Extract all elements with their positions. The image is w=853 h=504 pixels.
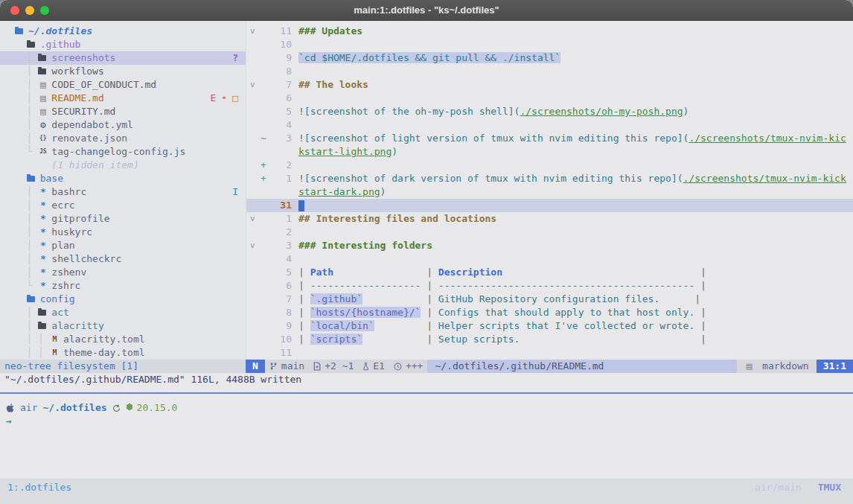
tree-guide [15,38,27,51]
editor-line[interactable]: 2 [246,226,853,239]
tree-item-alacritty.toml[interactable]: │ │ Malacritty.toml [0,333,246,346]
tree-item-bashrc[interactable]: │ *bashrcI [0,185,246,199]
tree-item-zshrc[interactable]: └ *zshrc [0,279,246,293]
editor-line[interactable]: v11### Updates [246,25,853,38]
tree-item-alacritty[interactable]: │ alacritty [0,319,246,333]
tree-item-.github[interactable]: .github [0,38,246,51]
tree-item-ecrc[interactable]: │ *ecrc [0,199,246,212]
line-text: `cd $HOME/.dotfiles && git pull && ./ins… [298,51,560,65]
tree-item-screenshots[interactable]: │ screenshots? [0,51,246,65]
tree-item-dependabot.yml[interactable]: │ ⚙dependabot.yml [0,118,246,132]
editor-line[interactable]: 7| `.github` | GitHub Repository configu… [246,293,853,306]
git-branch-label: main [281,360,304,373]
tmux-window-tab[interactable]: 1:.dotfiles [7,481,71,504]
editor-line[interactable]: 6| ------------------- | ---------------… [246,279,853,293]
tree-item--1-hidden-item-[interactable]: (1 hidden item) [0,159,246,172]
prompt-arrow: → [6,415,12,428]
zoom-button[interactable] [40,6,49,15]
line-text: | `scripts` | Setup scripts. | [298,333,706,346]
tree-item-theme-day.toml[interactable]: │ │ Mtheme-day.toml [0,346,246,360]
folder-dark-icon [27,42,35,48]
folder-dark-icon [38,68,46,74]
status-badge: E [211,92,217,105]
tree-item-label: config [40,293,75,306]
editor-line[interactable]: 8 [246,65,853,78]
editor-line[interactable]: 31 [246,199,853,212]
editor-line[interactable]: v7## The looks [246,78,853,92]
tree-guide [15,293,27,306]
tree-item-shellcheckrc[interactable]: │ *shellcheckrc [0,252,246,266]
editor-line[interactable]: v1## Interesting files and locations [246,212,853,226]
tree-item-label: shellcheckrc [51,252,121,266]
tree-item-label: alacritty.toml [63,333,145,346]
editor-line[interactable]: 9| `local/bin` | Helper scripts that I'v… [246,319,853,333]
neo-tree-panel[interactable]: ~/.dotfiles .github │ screenshots? │ wor… [0,21,246,360]
tree-item-huskyrc[interactable]: │ *huskyrc [0,226,246,239]
status-badge: □ [232,92,238,105]
folder-open-icon [15,28,23,34]
tree-item-label: README.md [51,92,103,105]
tree-item-workflows[interactable]: │ workflows [0,65,246,78]
editor-line[interactable]: 4 [246,252,853,266]
mode-indicator: N [246,360,265,373]
editor-line[interactable]: v3### Interesting folders [246,239,853,252]
editor-line[interactable]: +1![screenshot of dark version of tmux w… [246,172,853,185]
editor-pane[interactable]: v11### Updates109`cd $HOME/.dotfiles && … [246,21,853,360]
markdown-file-icon: ▤ [38,105,48,118]
window-title: main:1:.dotfiles - "ks~/.dotfiles" [354,4,499,17]
editor-line[interactable]: kstart-light.png) [246,145,853,159]
editor-line[interactable]: 5![screenshot of the oh-my-posh shell](.… [246,105,853,118]
star-icon: * [38,185,48,199]
tree-guide: │ [15,78,38,92]
tree-item-tag-changelog-config.js[interactable]: └ JStag-changelog-config.js [0,145,246,159]
tree-item--.dotfiles[interactable]: ~/.dotfiles [0,25,246,38]
editor-line[interactable]: ~3![screenshot of light version of tmux … [246,132,853,145]
tree-guide: │ [15,306,38,319]
editor-line[interactable]: +2 [246,159,853,172]
minimize-button[interactable] [25,6,34,15]
tree-item-renovate.json[interactable]: │ {}renovate.json [0,132,246,145]
tree-item-label: screenshots [51,51,115,65]
fold-marker[interactable]: v [246,239,261,252]
tree-item-base[interactable]: base [0,172,246,185]
diagnostics-label: E1 [373,360,385,373]
editor-line[interactable]: 4 [246,118,853,132]
editor-line[interactable]: 10| `scripts` | Setup scripts. | [246,333,853,346]
tree-item-security.md[interactable]: │ ▤SECURITY.md [0,105,246,118]
line-number: 8 [269,306,292,319]
line-number: 3 [269,239,292,252]
tree-item-zshenv[interactable]: │ *zshenv [0,266,246,279]
editor-line[interactable]: 9`cd $HOME/.dotfiles && git pull && ./in… [246,51,853,65]
line-number: 1 [269,212,292,226]
editor-line[interactable]: 6 [246,92,853,105]
editor-line[interactable]: start-dark.png) [246,185,853,199]
tree-item-label: CODE_OF_CONDUCT.md [51,78,156,92]
tree-item-plan[interactable]: │ *plan [0,239,246,252]
tree-item-label: zshenv [51,266,86,279]
editor-line[interactable]: 11 [246,346,853,360]
line-number: 7 [269,78,292,92]
editor-line[interactable]: 8| `hosts/{hostname}/` | Configs that sh… [246,306,853,319]
editor-line[interactable]: 10 [246,38,853,51]
shell-pane[interactable]: air ~/.dotfiles 20.15.0 → [0,394,853,479]
line-number: 2 [269,159,292,172]
extra-label: +++ [406,360,423,373]
tree-item-label: bashrc [51,185,86,199]
close-button[interactable] [10,6,19,15]
line-number: 9 [269,319,292,333]
fold-marker[interactable]: v [246,25,261,38]
fold-marker[interactable]: v [246,78,261,92]
tree-item-label: plan [51,239,74,252]
apple-icon [6,403,15,413]
tree-item-act[interactable]: │ act [0,306,246,319]
line-text: | `local/bin` | Helper scripts that I've… [298,319,706,333]
fold-marker[interactable]: v [246,212,261,226]
tree-item-config[interactable]: config [0,293,246,306]
tree-item-gitprofile[interactable]: │ *gitprofile [0,212,246,226]
tree-item-readme.md[interactable]: │ ▤README.mdE•□ [0,92,246,105]
star-icon: * [38,212,48,226]
tree-item-code-of-conduct.md[interactable]: │ ▤CODE_OF_CONDUCT.md [0,78,246,92]
editor-line[interactable]: 5| Path | Description | [246,266,853,279]
line-number: 6 [269,279,292,293]
tree-item-label: act [51,306,68,319]
